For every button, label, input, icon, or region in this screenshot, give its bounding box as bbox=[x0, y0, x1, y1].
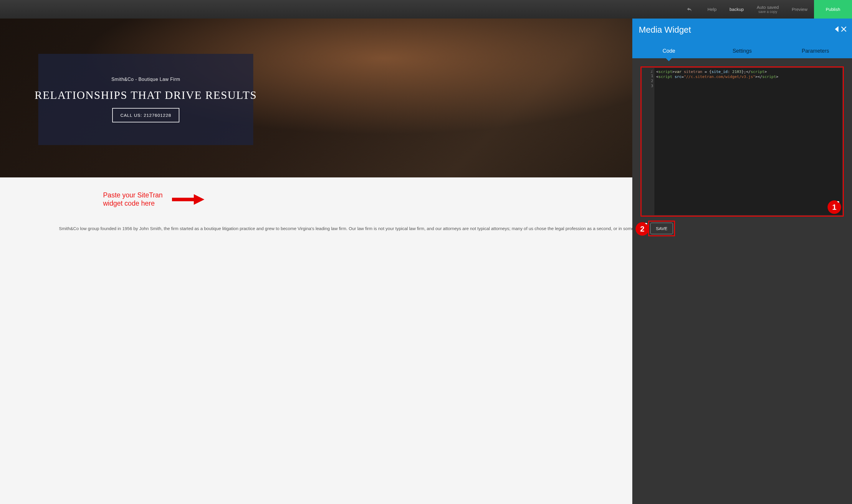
save-frame: 2 SAVE bbox=[648, 221, 675, 236]
preview-link[interactable]: Preview bbox=[785, 0, 814, 19]
hero-headline: RELATIONSHIPS THAT DRIVE RESULTS bbox=[35, 89, 257, 102]
undo-button[interactable] bbox=[677, 0, 701, 19]
svg-marker-2 bbox=[835, 26, 838, 32]
panel-title: Media Widget bbox=[639, 25, 691, 35]
annotation-line1: Paste your SiteTran bbox=[103, 191, 162, 199]
step-badge-2: 2 bbox=[636, 222, 649, 236]
chevron-left-icon bbox=[835, 26, 838, 32]
arrow-right-icon bbox=[172, 194, 204, 205]
publish-button[interactable]: Publish bbox=[814, 0, 852, 19]
annotation-line2: widget code here bbox=[103, 199, 155, 207]
autosave-sub: save a copy bbox=[757, 10, 779, 14]
undo-icon bbox=[686, 6, 692, 12]
tab-settings[interactable]: Settings bbox=[706, 44, 779, 58]
svg-rect-0 bbox=[172, 198, 194, 201]
tab-parameters[interactable]: Parameters bbox=[779, 44, 852, 58]
step-badge-1: 1 bbox=[828, 200, 841, 214]
panel-body: i 1 2 3 <script>var sitetran = {site_id:… bbox=[632, 58, 852, 504]
code-editor-frame: i 1 2 3 <script>var sitetran = {site_id:… bbox=[641, 67, 844, 217]
autosave-status[interactable]: Auto saved save a copy bbox=[750, 0, 785, 19]
media-widget-panel: Media Widget Code Settings Parameters i … bbox=[632, 19, 852, 504]
tab-code[interactable]: Code bbox=[632, 44, 706, 58]
svg-marker-1 bbox=[194, 194, 204, 205]
panel-tabs: Code Settings Parameters bbox=[632, 44, 852, 58]
hero-tagline: Smith&Co - Boutique Law Firm bbox=[111, 77, 180, 82]
code-editor[interactable]: i 1 2 3 <script>var sitetran = {site_id:… bbox=[642, 68, 842, 215]
autosave-label: Auto saved bbox=[757, 5, 779, 10]
panel-close-button[interactable] bbox=[835, 26, 847, 32]
panel-header: Media Widget Code Settings Parameters bbox=[632, 19, 852, 58]
hero-cta-button[interactable]: CALL US: 2127601228 bbox=[112, 108, 180, 122]
save-button[interactable]: SAVE bbox=[650, 223, 673, 234]
hero-card: Smith&Co - Boutique Law Firm RELATIONSHI… bbox=[38, 54, 253, 145]
top-toolbar: Help backup Auto saved save a copy Previ… bbox=[0, 0, 852, 19]
code-content[interactable]: <script>var sitetran = {site_id: 2103};<… bbox=[655, 68, 842, 215]
close-icon bbox=[841, 26, 847, 32]
annotation-paste-code: Paste your SiteTran widget code here bbox=[103, 191, 204, 208]
code-gutter: i 1 2 3 bbox=[642, 68, 655, 215]
backup-link[interactable]: backup bbox=[723, 0, 750, 19]
help-link[interactable]: Help bbox=[701, 0, 723, 19]
